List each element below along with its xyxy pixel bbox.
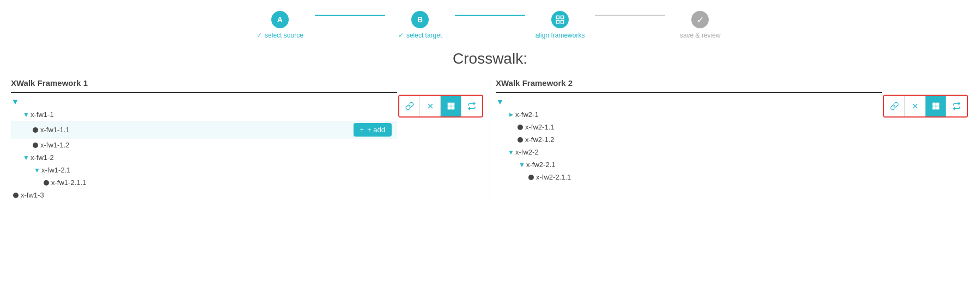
fw1-1-2-label: x-fw1-1.2 — [40, 141, 69, 149]
tree-row: ▼ x-fw2-2 — [496, 146, 882, 158]
tree-row: ▼ — [496, 95, 882, 108]
main-content: XWalk Framework 1 ▼ ▼ x-fw1-1 x-fw1-1.1 … — [0, 78, 980, 201]
svg-rect-0 — [556, 16, 559, 18]
link-button[interactable] — [399, 96, 420, 116]
fw1-2-toggle[interactable]: ▼ — [22, 154, 31, 162]
svg-rect-1 — [561, 16, 564, 18]
swap-button-right[interactable] — [946, 96, 967, 116]
tree-row: x-fw2-1.2 — [496, 133, 882, 146]
tree-row: x-fw2-2.1.1 — [496, 171, 882, 183]
svg-rect-2 — [556, 21, 559, 23]
framework1-title: XWalk Framework 1 — [11, 78, 397, 88]
svg-rect-9 — [451, 107, 454, 109]
fw1-1-2-dot — [33, 143, 38, 148]
add-button[interactable]: + + add — [354, 123, 392, 137]
step-4-label: save & review — [680, 32, 721, 39]
fw2-2-1-toggle[interactable]: ▼ — [518, 161, 526, 169]
fw1-2-label: x-fw1-2 — [31, 153, 54, 162]
fw2-2-label: x-fw2-2 — [515, 148, 539, 156]
fw1-root-toggle[interactable]: ▼ — [11, 97, 20, 106]
fw2-2-toggle[interactable]: ▼ — [507, 149, 515, 156]
step-2-check-icon: ✓ — [398, 32, 404, 39]
svg-rect-6 — [448, 103, 451, 106]
step-1-circle: A — [271, 11, 289, 28]
fw2-1-2-label: x-fw2-1.2 — [525, 135, 554, 144]
tree-row: x-fw1-3 — [11, 189, 397, 201]
framework2-title: XWalk Framework 2 — [496, 78, 882, 88]
fw2-1-toggle[interactable]: ▼ — [507, 110, 515, 119]
svg-rect-13 — [936, 103, 939, 106]
framework2-tree: ▼ ▼ x-fw2-1 x-fw2-1.1 x-fw2-1.2 ▼ x-fw2-… — [496, 92, 882, 183]
svg-rect-8 — [448, 107, 451, 109]
tree-row: ▼ x-fw2-1 — [496, 108, 882, 121]
step-1-check-icon: ✓ — [257, 32, 262, 39]
tree-row: x-fw1-2.1.1 — [11, 176, 397, 189]
wizard-step-2: B ✓ select target — [385, 11, 455, 39]
wizard-step-3: align frameworks — [525, 11, 595, 39]
fw1-2-1-toggle[interactable]: ▼ — [33, 166, 41, 174]
panel-divider — [490, 78, 490, 201]
framework2-panel: XWalk Framework 2 ▼ ▼ x-fw2-1 x-fw2-1.1 … — [496, 78, 882, 201]
tree-row: ▼ x-fw1-1 — [11, 108, 397, 121]
fw1-1-label: x-fw1-1 — [31, 110, 54, 119]
line-1-2 — [315, 15, 385, 16]
tree-row: ▼ x-fw1-2 — [11, 151, 397, 164]
fw1-2-1-1-dot — [44, 180, 49, 186]
step-3-label: align frameworks — [535, 32, 585, 39]
plus-icon: + — [360, 126, 364, 134]
tree-row[interactable]: x-fw1-1.1 + + add — [11, 121, 397, 139]
tree-row: ▼ x-fw2-2.1 — [496, 158, 882, 171]
link-button-right[interactable] — [884, 96, 905, 116]
framework1-panel: XWalk Framework 1 ▼ ▼ x-fw1-1 x-fw1-1.1 … — [11, 78, 397, 201]
step-1-label: ✓ select source — [257, 32, 303, 39]
fw2-1-1-dot — [518, 125, 523, 130]
fw2-1-1-label: x-fw2-1.1 — [525, 123, 554, 131]
fw2-root-toggle[interactable]: ▼ — [496, 97, 504, 106]
tree-row: ▼ x-fw1-2.1 — [11, 164, 397, 176]
line-3-4 — [595, 15, 665, 16]
svg-rect-3 — [561, 21, 564, 23]
tree-row: ▼ — [11, 95, 397, 108]
fw2-2-1-1-label: x-fw2-2.1.1 — [536, 173, 571, 181]
wizard-step-4: ✓ save & review — [665, 11, 735, 39]
middle-toolbar-area — [397, 78, 484, 201]
fw1-1-toggle[interactable]: ▼ — [22, 111, 31, 119]
step-4-circle: ✓ — [691, 11, 709, 28]
view-button-right[interactable] — [926, 96, 946, 116]
swap-button[interactable] — [461, 96, 482, 116]
right-toolbar-area — [882, 78, 969, 201]
page-title: Crosswalk: — [0, 50, 980, 67]
add-label: + add — [367, 126, 385, 134]
fw1-1-1-label: x-fw1-1.1 — [40, 126, 69, 134]
fw1-1-1-dot — [33, 127, 38, 133]
svg-rect-14 — [933, 107, 935, 109]
wizard-steps: A ✓ select source B ✓ select target — [0, 0, 980, 45]
fw2-1-2-dot — [518, 137, 523, 143]
fw1-2-1-label: x-fw1-2.1 — [41, 166, 70, 174]
tree-row: x-fw2-1.1 — [496, 121, 882, 133]
unlink-button-right[interactable] — [905, 96, 926, 116]
framework1-tree: ▼ ▼ x-fw1-1 x-fw1-1.1 + + add x-fw1-1.2 — [11, 92, 397, 201]
toolbar-group-right — [883, 95, 968, 118]
view-button[interactable] — [441, 96, 461, 116]
svg-rect-12 — [933, 103, 935, 106]
fw1-3-dot — [13, 193, 19, 198]
fw1-2-1-1-label: x-fw1-2.1.1 — [51, 178, 86, 187]
svg-rect-15 — [936, 107, 939, 109]
wizard-step-1: A ✓ select source — [245, 11, 315, 39]
fw2-1-label: x-fw2-1 — [515, 110, 539, 119]
unlink-button[interactable] — [420, 96, 441, 116]
step-2-circle: B — [411, 11, 429, 28]
svg-rect-7 — [451, 103, 454, 106]
fw1-3-label: x-fw1-3 — [21, 191, 44, 199]
fw2-2-1-1-dot — [528, 175, 534, 180]
fw2-2-1-label: x-fw2-2.1 — [526, 161, 555, 169]
step-2-label: ✓ select target — [398, 32, 442, 39]
line-2-3 — [455, 15, 525, 16]
step-3-circle — [551, 11, 569, 28]
tree-row: x-fw1-1.2 — [11, 139, 397, 151]
toolbar-group-left — [398, 95, 483, 118]
